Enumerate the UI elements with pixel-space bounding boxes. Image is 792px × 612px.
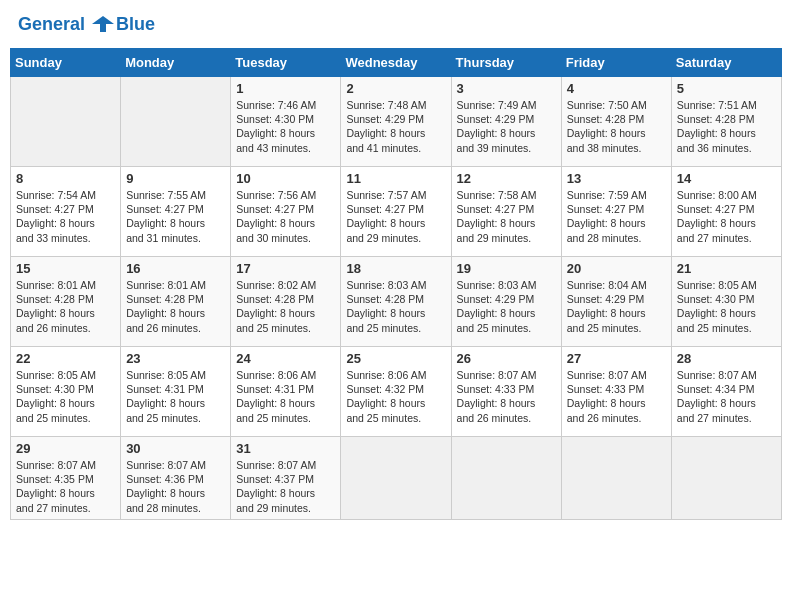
logo: General Blue	[18, 14, 155, 36]
day-of-week-header: Monday	[121, 49, 231, 77]
calendar-day-cell: 10 Sunrise: 7:56 AM Sunset: 4:27 PM Dayl…	[231, 167, 341, 257]
day-number: 14	[677, 171, 776, 186]
day-detail: Sunrise: 7:58 AM Sunset: 4:27 PM Dayligh…	[457, 188, 556, 245]
calendar-day-cell: 11 Sunrise: 7:57 AM Sunset: 4:27 PM Dayl…	[341, 167, 451, 257]
day-number: 17	[236, 261, 335, 276]
calendar-day-cell: 14 Sunrise: 8:00 AM Sunset: 4:27 PM Dayl…	[671, 167, 781, 257]
calendar-day-cell: 13 Sunrise: 7:59 AM Sunset: 4:27 PM Dayl…	[561, 167, 671, 257]
day-detail: Sunrise: 7:59 AM Sunset: 4:27 PM Dayligh…	[567, 188, 666, 245]
day-number: 21	[677, 261, 776, 276]
day-of-week-header: Tuesday	[231, 49, 341, 77]
calendar-day-cell: 15 Sunrise: 8:01 AM Sunset: 4:28 PM Dayl…	[11, 257, 121, 347]
calendar-table: SundayMondayTuesdayWednesdayThursdayFrid…	[10, 48, 782, 520]
calendar-day-cell: 16 Sunrise: 8:01 AM Sunset: 4:28 PM Dayl…	[121, 257, 231, 347]
day-detail: Sunrise: 8:06 AM Sunset: 4:31 PM Dayligh…	[236, 368, 335, 425]
calendar-day-cell	[121, 77, 231, 167]
day-detail: Sunrise: 7:48 AM Sunset: 4:29 PM Dayligh…	[346, 98, 445, 155]
day-number: 19	[457, 261, 556, 276]
logo-blue: Blue	[116, 15, 155, 35]
day-number: 28	[677, 351, 776, 366]
calendar-day-cell: 29 Sunrise: 8:07 AM Sunset: 4:35 PM Dayl…	[11, 437, 121, 520]
day-detail: Sunrise: 8:03 AM Sunset: 4:29 PM Dayligh…	[457, 278, 556, 335]
day-number: 3	[457, 81, 556, 96]
logo-general: General	[18, 14, 85, 34]
calendar-week-row: 1 Sunrise: 7:46 AM Sunset: 4:30 PM Dayli…	[11, 77, 782, 167]
svg-marker-0	[92, 16, 114, 32]
day-detail: Sunrise: 8:00 AM Sunset: 4:27 PM Dayligh…	[677, 188, 776, 245]
day-detail: Sunrise: 8:05 AM Sunset: 4:31 PM Dayligh…	[126, 368, 225, 425]
calendar-day-cell: 20 Sunrise: 8:04 AM Sunset: 4:29 PM Dayl…	[561, 257, 671, 347]
day-detail: Sunrise: 7:51 AM Sunset: 4:28 PM Dayligh…	[677, 98, 776, 155]
day-number: 15	[16, 261, 115, 276]
day-number: 31	[236, 441, 335, 456]
calendar-day-cell: 17 Sunrise: 8:02 AM Sunset: 4:28 PM Dayl…	[231, 257, 341, 347]
day-number: 30	[126, 441, 225, 456]
day-detail: Sunrise: 7:50 AM Sunset: 4:28 PM Dayligh…	[567, 98, 666, 155]
calendar-day-cell: 19 Sunrise: 8:03 AM Sunset: 4:29 PM Dayl…	[451, 257, 561, 347]
day-number: 10	[236, 171, 335, 186]
day-detail: Sunrise: 8:06 AM Sunset: 4:32 PM Dayligh…	[346, 368, 445, 425]
day-number: 23	[126, 351, 225, 366]
day-detail: Sunrise: 7:54 AM Sunset: 4:27 PM Dayligh…	[16, 188, 115, 245]
day-of-week-header: Wednesday	[341, 49, 451, 77]
calendar-day-cell	[11, 77, 121, 167]
day-number: 29	[16, 441, 115, 456]
calendar-week-row: 29 Sunrise: 8:07 AM Sunset: 4:35 PM Dayl…	[11, 437, 782, 520]
day-detail: Sunrise: 7:49 AM Sunset: 4:29 PM Dayligh…	[457, 98, 556, 155]
day-detail: Sunrise: 8:01 AM Sunset: 4:28 PM Dayligh…	[126, 278, 225, 335]
logo-bird-icon	[92, 14, 114, 36]
calendar-day-cell: 30 Sunrise: 8:07 AM Sunset: 4:36 PM Dayl…	[121, 437, 231, 520]
calendar-week-row: 22 Sunrise: 8:05 AM Sunset: 4:30 PM Dayl…	[11, 347, 782, 437]
day-detail: Sunrise: 8:01 AM Sunset: 4:28 PM Dayligh…	[16, 278, 115, 335]
day-detail: Sunrise: 8:02 AM Sunset: 4:28 PM Dayligh…	[236, 278, 335, 335]
calendar-week-row: 8 Sunrise: 7:54 AM Sunset: 4:27 PM Dayli…	[11, 167, 782, 257]
day-number: 22	[16, 351, 115, 366]
calendar-day-cell: 3 Sunrise: 7:49 AM Sunset: 4:29 PM Dayli…	[451, 77, 561, 167]
day-number: 1	[236, 81, 335, 96]
calendar-day-cell: 1 Sunrise: 7:46 AM Sunset: 4:30 PM Dayli…	[231, 77, 341, 167]
calendar-day-cell: 24 Sunrise: 8:06 AM Sunset: 4:31 PM Dayl…	[231, 347, 341, 437]
day-number: 8	[16, 171, 115, 186]
day-of-week-header: Sunday	[11, 49, 121, 77]
day-of-week-header: Friday	[561, 49, 671, 77]
day-number: 25	[346, 351, 445, 366]
day-detail: Sunrise: 8:07 AM Sunset: 4:33 PM Dayligh…	[457, 368, 556, 425]
day-number: 11	[346, 171, 445, 186]
day-number: 26	[457, 351, 556, 366]
calendar-day-cell: 18 Sunrise: 8:03 AM Sunset: 4:28 PM Dayl…	[341, 257, 451, 347]
day-number: 12	[457, 171, 556, 186]
day-number: 5	[677, 81, 776, 96]
day-number: 2	[346, 81, 445, 96]
day-number: 20	[567, 261, 666, 276]
day-detail: Sunrise: 7:56 AM Sunset: 4:27 PM Dayligh…	[236, 188, 335, 245]
day-number: 16	[126, 261, 225, 276]
calendar-day-cell: 9 Sunrise: 7:55 AM Sunset: 4:27 PM Dayli…	[121, 167, 231, 257]
day-detail: Sunrise: 8:04 AM Sunset: 4:29 PM Dayligh…	[567, 278, 666, 335]
calendar-day-cell: 21 Sunrise: 8:05 AM Sunset: 4:30 PM Dayl…	[671, 257, 781, 347]
day-detail: Sunrise: 8:05 AM Sunset: 4:30 PM Dayligh…	[16, 368, 115, 425]
calendar-week-row: 15 Sunrise: 8:01 AM Sunset: 4:28 PM Dayl…	[11, 257, 782, 347]
day-detail: Sunrise: 7:46 AM Sunset: 4:30 PM Dayligh…	[236, 98, 335, 155]
calendar-day-cell	[561, 437, 671, 520]
calendar-day-cell: 12 Sunrise: 7:58 AM Sunset: 4:27 PM Dayl…	[451, 167, 561, 257]
calendar-day-cell: 27 Sunrise: 8:07 AM Sunset: 4:33 PM Dayl…	[561, 347, 671, 437]
calendar-day-cell	[451, 437, 561, 520]
day-detail: Sunrise: 8:03 AM Sunset: 4:28 PM Dayligh…	[346, 278, 445, 335]
calendar-day-cell: 2 Sunrise: 7:48 AM Sunset: 4:29 PM Dayli…	[341, 77, 451, 167]
day-number: 13	[567, 171, 666, 186]
day-number: 18	[346, 261, 445, 276]
calendar-day-cell: 31 Sunrise: 8:07 AM Sunset: 4:37 PM Dayl…	[231, 437, 341, 520]
calendar-day-cell: 5 Sunrise: 7:51 AM Sunset: 4:28 PM Dayli…	[671, 77, 781, 167]
day-number: 27	[567, 351, 666, 366]
calendar-day-cell	[671, 437, 781, 520]
day-of-week-header: Saturday	[671, 49, 781, 77]
calendar-day-cell: 26 Sunrise: 8:07 AM Sunset: 4:33 PM Dayl…	[451, 347, 561, 437]
day-detail: Sunrise: 8:07 AM Sunset: 4:36 PM Dayligh…	[126, 458, 225, 515]
calendar-day-cell: 8 Sunrise: 7:54 AM Sunset: 4:27 PM Dayli…	[11, 167, 121, 257]
day-detail: Sunrise: 8:07 AM Sunset: 4:35 PM Dayligh…	[16, 458, 115, 515]
calendar-day-cell: 23 Sunrise: 8:05 AM Sunset: 4:31 PM Dayl…	[121, 347, 231, 437]
day-number: 4	[567, 81, 666, 96]
calendar-header-row: SundayMondayTuesdayWednesdayThursdayFrid…	[11, 49, 782, 77]
day-detail: Sunrise: 7:57 AM Sunset: 4:27 PM Dayligh…	[346, 188, 445, 245]
day-detail: Sunrise: 7:55 AM Sunset: 4:27 PM Dayligh…	[126, 188, 225, 245]
